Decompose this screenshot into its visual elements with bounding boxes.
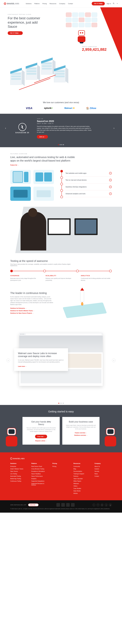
footer-link[interactable]: Sauce Performance <box>31 476 49 477</box>
nav-pricing[interactable]: Pricing <box>42 3 47 4</box>
language-chevron-icon[interactable] <box>116 2 118 5</box>
badge-icon <box>66 503 70 507</box>
footer-link[interactable]: Continuous Testing <box>10 480 27 482</box>
carousel-prev-icon[interactable]: ‹ <box>5 126 8 130</box>
footer-link[interactable]: Supported Integrations <box>31 480 49 482</box>
footer-link[interactable]: Real Device Cloud <box>31 466 49 467</box>
footer-link[interactable]: Careers <box>95 468 112 470</box>
subscribe-button[interactable]: Subscribe → <box>28 504 38 506</box>
footer-link[interactable]: Supported Browsers & Devices <box>31 483 49 486</box>
footer-col-solutions: SolutionsEnterpriseSmall / Medium TeamsO… <box>10 463 27 495</box>
footer-link[interactable]: Data Sheets <box>73 490 91 492</box>
footer-link[interactable]: White Papers <box>73 480 91 482</box>
footer-link[interactable]: Contact <box>95 476 112 477</box>
github-icon[interactable]: g <box>109 504 112 506</box>
solutions-smb-link[interactable]: Solutions for Small & Medium Teams → <box>10 310 54 312</box>
feature-overview-link[interactable]: Feature overview → <box>75 432 87 434</box>
solutions-overview-link[interactable]: Solutions overview → <box>74 434 88 436</box>
badge-icon <box>61 503 65 507</box>
solutions-oss-link[interactable]: Solutions for Open Source Projects → <box>10 312 54 314</box>
footer-link[interactable]: Emulators & Simulators <box>31 471 49 472</box>
case-learn-more-link[interactable]: Learn more → <box>18 366 27 367</box>
footer-link[interactable]: Automated Testing <box>10 476 27 477</box>
search-icon[interactable] <box>113 2 115 5</box>
footer-link[interactable]: Analytics <box>31 478 49 480</box>
features-section: FEATURES OVERVIEW Live, automated and co… <box>0 147 122 207</box>
carousel-next-icon[interactable]: › <box>114 126 117 130</box>
features-accordion: Test websites and mobile apps+ Test on r… <box>66 170 112 198</box>
footer-link[interactable]: Small / Medium Teams <box>10 468 27 470</box>
try-free-button[interactable]: TRY IT FREE <box>92 2 105 6</box>
dot-1[interactable] <box>58 144 59 145</box>
benefit-analytics: ANALYTICSContinuously test & debug websi… <box>81 275 112 281</box>
footer-link[interactable]: Enterprise <box>10 466 27 467</box>
footer-link[interactable]: Pricing <box>52 466 70 467</box>
footer-link[interactable]: Value Calculator <box>73 478 91 480</box>
feature-list-link[interactable]: Feature list→ <box>10 164 19 166</box>
nav-company[interactable]: Company <box>59 3 65 4</box>
request-demo-link[interactable]: Request a demo → <box>35 440 47 442</box>
footer-link[interactable]: News <box>95 473 112 474</box>
footer-link[interactable]: Documentation <box>73 471 91 472</box>
footer-link[interactable]: Webinars <box>73 483 91 484</box>
feature-item-4[interactable]: Advanced analytics and tools+ <box>66 190 112 197</box>
servers-illustration <box>8 58 69 92</box>
footer-col-company: CompanyAbout UsCareersSecurityNewsContac… <box>95 463 112 495</box>
expand-icon: + <box>109 179 112 181</box>
saucecon-cta-button[interactable]: Join us → <box>37 135 48 138</box>
nav-contact[interactable]: Contact <box>68 3 73 4</box>
footer-logo[interactable]: SAUCELABS <box>10 458 112 460</box>
case-title: Walmart uses Sauce Labs to increase cove… <box>18 352 64 358</box>
footer-link[interactable]: Cross-Browser Testing <box>31 468 49 470</box>
sub-footer: JOIN OUR MAILING LIST Subscribe → t f in… <box>0 500 122 512</box>
footer-link[interactable]: Mobile App Testing <box>10 478 27 480</box>
case-dot-3[interactable] <box>63 403 64 404</box>
footer-link[interactable]: Training & Support <box>73 473 91 474</box>
footer-link[interactable]: About Us <box>95 466 112 467</box>
feature-item-1[interactable]: Test websites and mobile apps+ <box>66 170 112 177</box>
footer-link[interactable]: Security <box>95 471 112 472</box>
twitter-icon[interactable]: t <box>93 504 95 506</box>
linkedin-icon[interactable]: in <box>101 504 104 506</box>
feature-item-2[interactable]: Test on real and virtual devices+ <box>66 177 112 184</box>
case-next-button[interactable]: › <box>112 358 116 362</box>
case-dot-2[interactable] <box>61 403 62 404</box>
logo-zillow: 🏠 Zillow <box>86 107 96 110</box>
footer-link[interactable]: Live Testing <box>10 473 27 474</box>
solutions-enterprise-link[interactable]: Solutions for Enterprise → <box>10 308 54 309</box>
free-trial-button[interactable]: Free trial → <box>35 435 47 438</box>
sign-in-link[interactable]: Sign in <box>107 3 111 4</box>
dot-3[interactable] <box>61 144 62 145</box>
hero-cta-button[interactable]: TRY IT FREE → <box>8 31 23 35</box>
footer-link[interactable]: Blog <box>73 468 91 470</box>
dot-4[interactable] <box>63 144 64 145</box>
primary-nav: Solutions Platform Pricing Resources Com… <box>26 3 73 4</box>
case-prev-button[interactable]: ‹ <box>6 358 10 362</box>
footer-link[interactable]: Articles <box>73 493 91 494</box>
saucecon-wordmark: SAUCECON 20 <box>15 132 29 134</box>
stackoverflow-icon[interactable]: s <box>105 504 108 506</box>
logo[interactable]: SAUCELABS <box>4 2 19 5</box>
nav-resources[interactable]: Resources <box>50 3 56 4</box>
tests-completed-label: TESTS COMPLETED <box>82 46 107 47</box>
expand-icon: + <box>109 192 112 195</box>
footer-link[interactable]: Partners <box>73 476 91 477</box>
speed-sub: Only Sauce Labs provides the coverage, s… <box>10 264 75 266</box>
astronaut-bot-left-icon <box>2 428 20 450</box>
case-dot-1[interactable] <box>58 403 59 404</box>
nav-platform[interactable]: Platform <box>34 3 40 4</box>
nav-solutions[interactable]: Solutions <box>26 3 31 4</box>
feature-item-3[interactable]: Seamless DevOps integrations+ <box>66 184 112 190</box>
social-links: t f in s g <box>93 504 112 506</box>
footer-link[interactable]: Sauce Headless <box>31 473 49 474</box>
speed-heading: Testing at the speed of awesome <box>10 260 112 262</box>
footer-link[interactable]: Community <box>73 466 91 467</box>
dot-2[interactable] <box>60 144 61 145</box>
footer-link[interactable]: Videos <box>73 485 91 487</box>
site-header: SAUCELABS Solutions Platform Pricing Res… <box>0 0 122 7</box>
footer-link[interactable]: Open Source <box>10 471 27 472</box>
features-illustration <box>10 170 54 201</box>
footer-link[interactable]: Case Studies <box>73 488 91 489</box>
facebook-icon[interactable]: f <box>97 504 99 506</box>
getstart-heading: Getting started is easy <box>0 410 122 413</box>
